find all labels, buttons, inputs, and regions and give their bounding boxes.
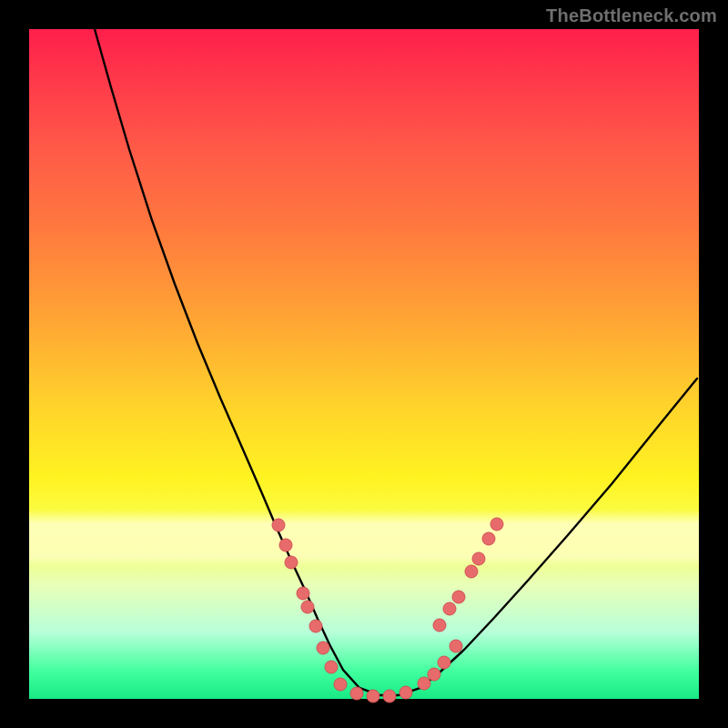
data-marker [325,661,338,673]
data-marker [482,532,495,545]
curve-svg [29,29,699,699]
highlight-band [29,510,699,566]
data-marker [450,640,462,652]
data-marker [399,686,412,699]
data-marker [285,556,298,569]
data-marker [428,668,440,681]
data-marker [452,591,465,603]
data-marker [383,690,396,703]
data-marker [272,519,285,531]
data-marker [301,601,314,613]
data-marker [438,656,450,669]
chart-frame: TheBottleneck.com [0,0,728,728]
data-marker [334,678,347,691]
data-marker [317,642,329,654]
data-marker [490,518,503,531]
data-marker [350,687,363,700]
data-marker [443,602,456,615]
data-marker [297,587,309,600]
data-marker [465,565,478,578]
bottleneck-curve [95,29,697,695]
data-marker [418,677,430,690]
data-marker [472,552,485,565]
data-marker [279,539,292,551]
data-marker [309,620,322,632]
watermark-text: TheBottleneck.com [546,5,717,26]
data-marker [367,690,379,703]
marker-group [272,518,503,703]
data-marker [433,619,446,632]
plot-area [29,29,699,699]
